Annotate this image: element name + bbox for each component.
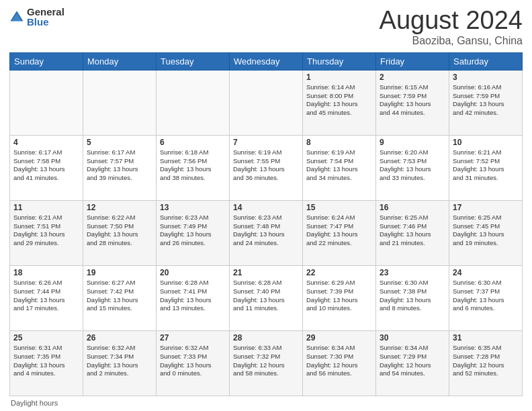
header-row: Sunday Monday Tuesday Wednesday Thursday… <box>10 52 523 70</box>
header: General Blue August 2024 Baoziba, Gansu,… <box>9 7 523 47</box>
day-number: 16 <box>380 203 445 212</box>
cell-1-4: 8Sunrise: 6:19 AM Sunset: 7:54 PM Daylig… <box>303 135 376 200</box>
day-number: 2 <box>380 73 445 82</box>
cell-1-5: 9Sunrise: 6:20 AM Sunset: 7:53 PM Daylig… <box>376 135 449 200</box>
cell-3-2: 20Sunrise: 6:28 AM Sunset: 7:41 PM Dayli… <box>157 265 230 330</box>
cell-0-3 <box>230 70 303 135</box>
cell-2-3: 14Sunrise: 6:23 AM Sunset: 7:48 PM Dayli… <box>230 200 303 265</box>
day-info: Sunrise: 6:18 AM Sunset: 7:56 PM Dayligh… <box>160 148 226 183</box>
day-number: 4 <box>13 138 79 147</box>
day-info: Sunrise: 6:20 AM Sunset: 7:53 PM Dayligh… <box>380 148 445 183</box>
cell-0-2 <box>157 70 230 135</box>
header-monday: Monday <box>83 52 157 70</box>
cell-1-1: 5Sunrise: 6:17 AM Sunset: 7:57 PM Daylig… <box>83 135 157 200</box>
cell-3-1: 19Sunrise: 6:27 AM Sunset: 7:42 PM Dayli… <box>83 265 157 330</box>
day-number: 23 <box>380 268 445 277</box>
day-info: Sunrise: 6:32 AM Sunset: 7:34 PM Dayligh… <box>87 344 152 378</box>
day-info: Sunrise: 6:17 AM Sunset: 7:58 PM Dayligh… <box>13 148 79 183</box>
cell-3-0: 18Sunrise: 6:26 AM Sunset: 7:44 PM Dayli… <box>10 265 83 330</box>
day-number: 7 <box>233 138 299 147</box>
cell-2-1: 12Sunrise: 6:22 AM Sunset: 7:50 PM Dayli… <box>83 200 157 265</box>
cell-2-5: 16Sunrise: 6:25 AM Sunset: 7:46 PM Dayli… <box>376 200 449 265</box>
day-info: Sunrise: 6:28 AM Sunset: 7:41 PM Dayligh… <box>160 279 226 313</box>
day-info: Sunrise: 6:23 AM Sunset: 7:48 PM Dayligh… <box>233 214 299 248</box>
logo-icon <box>9 9 24 24</box>
calendar-body: 1Sunrise: 6:14 AM Sunset: 8:00 PM Daylig… <box>10 70 523 396</box>
header-wednesday: Wednesday <box>230 52 303 70</box>
cell-0-4: 1Sunrise: 6:14 AM Sunset: 8:00 PM Daylig… <box>303 70 376 135</box>
day-number: 3 <box>453 73 519 82</box>
cell-3-5: 23Sunrise: 6:30 AM Sunset: 7:38 PM Dayli… <box>376 265 449 330</box>
calendar-table: Sunday Monday Tuesday Wednesday Thursday… <box>9 52 523 396</box>
day-info: Sunrise: 6:32 AM Sunset: 7:33 PM Dayligh… <box>160 344 226 378</box>
day-info: Sunrise: 6:14 AM Sunset: 8:00 PM Dayligh… <box>306 83 372 118</box>
day-info: Sunrise: 6:16 AM Sunset: 7:59 PM Dayligh… <box>453 83 519 118</box>
cell-4-1: 26Sunrise: 6:32 AM Sunset: 7:34 PM Dayli… <box>83 330 157 396</box>
day-info: Sunrise: 6:21 AM Sunset: 7:52 PM Dayligh… <box>453 148 519 183</box>
day-number: 29 <box>306 333 372 342</box>
main-title: August 2024 <box>380 7 523 35</box>
day-info: Sunrise: 6:34 AM Sunset: 7:30 PM Dayligh… <box>306 344 372 378</box>
title-block: August 2024 Baoziba, Gansu, China <box>380 7 523 47</box>
day-number: 17 <box>453 203 519 212</box>
day-info: Sunrise: 6:19 AM Sunset: 7:54 PM Dayligh… <box>306 148 372 183</box>
cell-1-3: 7Sunrise: 6:19 AM Sunset: 7:55 PM Daylig… <box>230 135 303 200</box>
day-info: Sunrise: 6:30 AM Sunset: 7:38 PM Dayligh… <box>380 279 445 313</box>
day-info: Sunrise: 6:23 AM Sunset: 7:49 PM Dayligh… <box>160 214 226 248</box>
week-row-4: 25Sunrise: 6:31 AM Sunset: 7:35 PM Dayli… <box>10 330 523 396</box>
cell-4-3: 28Sunrise: 6:33 AM Sunset: 7:32 PM Dayli… <box>230 330 303 396</box>
subtitle: Baoziba, Gansu, China <box>380 35 523 47</box>
day-number: 19 <box>87 268 152 277</box>
logo-general: General <box>27 7 64 17</box>
day-number: 26 <box>87 333 152 342</box>
header-sunday: Sunday <box>10 52 83 70</box>
day-info: Sunrise: 6:28 AM Sunset: 7:40 PM Dayligh… <box>233 279 299 313</box>
cell-2-6: 17Sunrise: 6:25 AM Sunset: 7:45 PM Dayli… <box>449 200 523 265</box>
cell-3-3: 21Sunrise: 6:28 AM Sunset: 7:40 PM Dayli… <box>230 265 303 330</box>
week-row-3: 18Sunrise: 6:26 AM Sunset: 7:44 PM Dayli… <box>10 265 523 330</box>
week-row-1: 4Sunrise: 6:17 AM Sunset: 7:58 PM Daylig… <box>10 135 523 200</box>
day-info: Sunrise: 6:34 AM Sunset: 7:29 PM Dayligh… <box>380 344 445 378</box>
day-number: 9 <box>380 138 445 147</box>
cell-4-6: 31Sunrise: 6:35 AM Sunset: 7:28 PM Dayli… <box>449 330 523 396</box>
cell-1-2: 6Sunrise: 6:18 AM Sunset: 7:56 PM Daylig… <box>157 135 230 200</box>
logo-blue: Blue <box>27 17 64 27</box>
cell-2-2: 13Sunrise: 6:23 AM Sunset: 7:49 PM Dayli… <box>157 200 230 265</box>
calendar-header: Sunday Monday Tuesday Wednesday Thursday… <box>10 52 523 70</box>
day-info: Sunrise: 6:35 AM Sunset: 7:28 PM Dayligh… <box>453 344 519 378</box>
day-number: 18 <box>13 268 79 277</box>
day-info: Sunrise: 6:29 AM Sunset: 7:39 PM Dayligh… <box>306 279 372 313</box>
day-info: Sunrise: 6:24 AM Sunset: 7:47 PM Dayligh… <box>306 214 372 248</box>
cell-0-6: 3Sunrise: 6:16 AM Sunset: 7:59 PM Daylig… <box>449 70 523 135</box>
cell-2-4: 15Sunrise: 6:24 AM Sunset: 7:47 PM Dayli… <box>303 200 376 265</box>
day-info: Sunrise: 6:22 AM Sunset: 7:50 PM Dayligh… <box>87 214 152 248</box>
cell-4-5: 30Sunrise: 6:34 AM Sunset: 7:29 PM Dayli… <box>376 330 449 396</box>
footer: Daylight hours <box>9 399 523 407</box>
day-number: 25 <box>13 333 79 342</box>
day-number: 13 <box>160 203 226 212</box>
day-number: 20 <box>160 268 226 277</box>
logo-text: General Blue <box>27 7 64 27</box>
cell-4-2: 27Sunrise: 6:32 AM Sunset: 7:33 PM Dayli… <box>157 330 230 396</box>
cell-2-0: 11Sunrise: 6:21 AM Sunset: 7:51 PM Dayli… <box>10 200 83 265</box>
cell-0-5: 2Sunrise: 6:15 AM Sunset: 7:59 PM Daylig… <box>376 70 449 135</box>
day-number: 8 <box>306 138 372 147</box>
header-saturday: Saturday <box>449 52 523 70</box>
cell-1-0: 4Sunrise: 6:17 AM Sunset: 7:58 PM Daylig… <box>10 135 83 200</box>
header-friday: Friday <box>376 52 449 70</box>
day-number: 6 <box>160 138 226 147</box>
day-info: Sunrise: 6:25 AM Sunset: 7:46 PM Dayligh… <box>380 214 445 248</box>
day-number: 10 <box>453 138 519 147</box>
day-number: 5 <box>87 138 152 147</box>
cell-0-0 <box>10 70 83 135</box>
day-number: 15 <box>306 203 372 212</box>
cell-4-4: 29Sunrise: 6:34 AM Sunset: 7:30 PM Dayli… <box>303 330 376 396</box>
day-number: 30 <box>380 333 445 342</box>
day-info: Sunrise: 6:25 AM Sunset: 7:45 PM Dayligh… <box>453 214 519 248</box>
week-row-0: 1Sunrise: 6:14 AM Sunset: 8:00 PM Daylig… <box>10 70 523 135</box>
header-tuesday: Tuesday <box>157 52 230 70</box>
cell-3-4: 22Sunrise: 6:29 AM Sunset: 7:39 PM Dayli… <box>303 265 376 330</box>
logo: General Blue <box>9 7 64 27</box>
day-number: 1 <box>306 73 372 82</box>
week-row-2: 11Sunrise: 6:21 AM Sunset: 7:51 PM Dayli… <box>10 200 523 265</box>
